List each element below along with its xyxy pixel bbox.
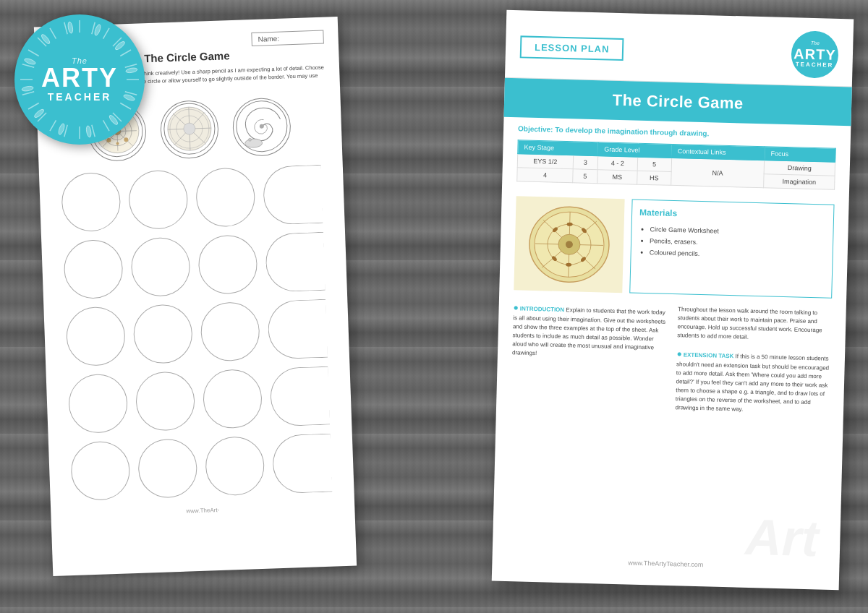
half-circle [270, 366, 331, 426]
td-imagination: Imagination [764, 174, 835, 190]
circles-grid [54, 164, 340, 501]
svg-line-54 [92, 125, 95, 137]
empty-circle [200, 301, 260, 361]
svg-line-51 [120, 103, 131, 110]
svg-line-56 [64, 125, 67, 137]
th-grade-level: Grade Level [598, 142, 672, 158]
svg-point-68 [114, 40, 126, 51]
svg-point-26 [244, 139, 262, 148]
svg-point-73 [57, 123, 65, 135]
th-focus: Focus [765, 147, 835, 163]
svg-point-21 [183, 123, 195, 135]
td-eyfs: EYS 1/2 [517, 154, 573, 169]
svg-line-47 [120, 50, 131, 56]
materials-title: Materials [639, 207, 826, 223]
worksheet-url: www.TheArt- [65, 502, 340, 518]
svg-point-70 [123, 93, 135, 101]
svg-line-65 [50, 28, 56, 39]
objective-text: To develop the imagination through drawi… [555, 126, 709, 138]
td-hs: HS [637, 171, 671, 185]
intro-text: Explain to students that the work today … [512, 306, 665, 356]
svg-point-77 [41, 33, 51, 45]
svg-point-67 [93, 24, 101, 36]
name-label: Name: [258, 35, 279, 43]
svg-point-76 [24, 57, 36, 65]
td-drawing: Drawing [764, 160, 835, 176]
empty-circle [65, 306, 126, 366]
objective-label: Objective: [518, 124, 553, 133]
half-circle [267, 299, 328, 359]
svg-line-57 [50, 120, 56, 131]
lp-middle-section: Materials Circle Game Worksheet Pencils,… [499, 189, 849, 306]
td-5b: 5 [573, 169, 597, 184]
svg-line-62 [22, 64, 34, 67]
intro-label: INTRODUCTION [520, 305, 565, 313]
empty-circle [130, 236, 191, 297]
svg-line-66 [64, 22, 67, 34]
name-field: Name: [251, 30, 324, 46]
lp-materials-box: Materials Circle Game Worksheet Pencils,… [629, 199, 834, 298]
svg-point-72 [85, 125, 92, 137]
svg-point-27 [248, 138, 251, 141]
ext-label: EXTENSION TASK [684, 351, 734, 359]
lp-title: The Circle Game [519, 88, 838, 116]
empty-circle [195, 167, 256, 228]
logo-the: The [41, 56, 118, 65]
empty-circle [135, 371, 196, 432]
logo-teacher: teacher [41, 91, 118, 103]
td-5: 5 [637, 157, 671, 171]
empty-circle [70, 440, 131, 501]
logo-arty: ARTY [41, 65, 118, 91]
lp-intro-col: ●INTRODUCTION Explain to students that t… [511, 301, 667, 412]
lp-table-section: Key Stage Grade Level Contextual Links F… [502, 140, 851, 198]
svg-point-71 [108, 114, 119, 126]
empty-circle [68, 373, 129, 434]
lesson-plan-paper: LESSON PLAN The ARTY teacher The Circle … [492, 10, 854, 590]
svg-line-44 [92, 22, 95, 34]
empty-circle [203, 368, 263, 429]
td-ms: MS [597, 170, 638, 184]
svg-line-59 [28, 103, 39, 110]
svg-line-63 [28, 50, 39, 56]
svg-line-60 [22, 92, 34, 95]
half-circle [272, 433, 333, 494]
ext-text: If this is a 50 minute lesson students s… [675, 353, 829, 412]
empty-circle [132, 304, 193, 364]
logo-inner: The ARTY teacher [41, 56, 118, 103]
empty-circle [137, 438, 198, 499]
example-circle-3 [231, 97, 292, 157]
empty-circle [61, 171, 122, 232]
empty-circle [205, 435, 265, 496]
svg-point-74 [33, 108, 45, 119]
td-na: N/A [671, 158, 765, 187]
example-circle-2 [160, 99, 220, 159]
materials-list: Circle Game Worksheet Pencils, erasers. … [638, 223, 825, 263]
empty-circle [63, 239, 124, 299]
empty-circle [128, 169, 189, 230]
lp-image-box [514, 196, 624, 293]
arty-teacher-logo: The ARTY teacher [14, 14, 145, 145]
lp-instructions: ●INTRODUCTION Explain to students that t… [496, 297, 846, 424]
svg-line-45 [103, 28, 110, 39]
svg-point-75 [22, 85, 34, 92]
svg-point-78 [67, 22, 74, 34]
walkabout-text: Throughout the lesson walk around the ro… [677, 305, 832, 344]
lesson-plan-badge: LESSON PLAN [520, 35, 624, 61]
half-circle [265, 231, 326, 292]
svg-line-50 [125, 92, 137, 95]
td-4-2: 4 - 2 [597, 156, 638, 171]
empty-circle [197, 234, 258, 295]
half-circle [263, 164, 323, 225]
lp-logo-small: The ARTY teacher [791, 30, 839, 79]
svg-point-69 [125, 67, 137, 74]
svg-line-48 [125, 64, 137, 67]
lp-table: Key Stage Grade Level Contextual Links F… [516, 140, 835, 189]
td-4: 4 [517, 168, 573, 183]
lp-header: LESSON PLAN The ARTY teacher [505, 10, 854, 87]
lp-walkabout-col: Throughout the lesson walk around the ro… [675, 305, 831, 416]
svg-line-53 [103, 120, 110, 131]
td-3: 3 [573, 155, 597, 170]
